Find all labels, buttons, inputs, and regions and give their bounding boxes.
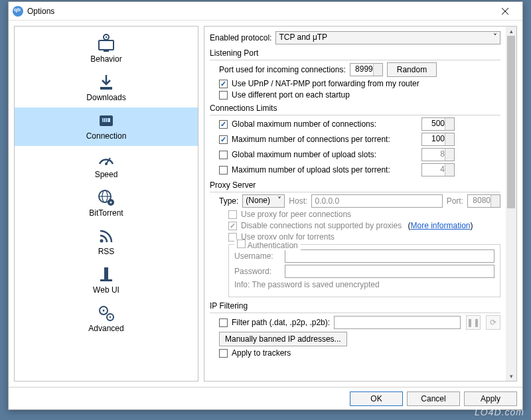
auth-checkbox: [237, 240, 246, 248]
scrollbar[interactable]: ▴ ▾: [506, 27, 516, 381]
globe-gear-icon: [96, 187, 117, 208]
close-button[interactable]: [492, 2, 518, 21]
manual-banned-button[interactable]: Manually banned IP addresses...: [219, 332, 347, 346]
auth-info: Info: The password is saved unencrypted: [234, 280, 380, 289]
svg-rect-20: [104, 267, 108, 279]
svg-rect-21: [100, 279, 112, 281]
global-conn-label: Global maximum number of connections:: [232, 119, 417, 129]
proxy-type-select[interactable]: (None) ˅: [242, 194, 285, 208]
auth-title: Authentication: [248, 241, 298, 250]
sidebar-label: BitTorrent: [89, 208, 123, 218]
username-input: [285, 249, 494, 263]
protocol-select[interactable]: TCP and μTP˅: [275, 31, 500, 44]
sidebar-item-bittorrent[interactable]: BitTorrent: [15, 184, 198, 223]
close-icon: [502, 8, 508, 15]
password-label: Password:: [234, 267, 281, 276]
proxy-title: Proxy Server: [210, 180, 500, 190]
svg-point-5: [106, 36, 107, 38]
sidebar-label: Web UI: [93, 285, 119, 295]
sidebar-label: RSS: [98, 247, 115, 256]
options-dialog: Options Behavior Downloads: [8, 1, 523, 410]
scroll-up-icon[interactable]: ▴: [506, 27, 516, 36]
ip-filter-title: IP Filtering: [210, 301, 500, 311]
sidebar-label: Behavior: [90, 54, 121, 64]
sidebar-item-behavior[interactable]: Behavior: [15, 31, 198, 69]
global-conn-checkbox[interactable]: [219, 120, 228, 129]
svg-point-25: [110, 316, 111, 318]
conn-limits-title: Connections Limits: [210, 104, 500, 113]
refresh-icon-button: ⟳: [486, 315, 500, 330]
proxy-disable-unsupported-label: Disable connections not supported by pro…: [241, 221, 402, 230]
svg-point-13: [105, 163, 108, 165]
apply-trackers-checkbox[interactable]: [219, 349, 228, 358]
titlebar: Options: [9, 2, 522, 21]
torrent-conn-input[interactable]: 100: [421, 133, 455, 146]
svg-rect-6: [100, 87, 112, 90]
torrent-upload-input: 4: [421, 163, 455, 176]
server-icon: [96, 264, 117, 285]
proxy-disable-unsupported-checkbox: [228, 222, 237, 230]
sidebar-item-webui[interactable]: Web UI: [15, 261, 198, 300]
diff-port-label: Use different port on each startup: [232, 90, 350, 100]
download-icon: [96, 72, 117, 93]
dialog-footer: OK Cancel Apply: [9, 387, 522, 409]
filter-path-checkbox[interactable]: [219, 318, 228, 327]
random-port-button[interactable]: Random: [387, 62, 437, 77]
scroll-thumb[interactable]: [507, 36, 515, 208]
ethernet-icon: [96, 110, 117, 131]
password-input: [285, 265, 494, 278]
sidebar-label: Advanced: [88, 324, 123, 333]
username-label: Username:: [234, 251, 281, 261]
gears-icon: [96, 303, 117, 324]
upnp-checkbox[interactable]: [219, 80, 228, 88]
cancel-button[interactable]: Cancel: [407, 391, 460, 406]
svg-point-23: [103, 310, 105, 312]
apply-button[interactable]: Apply: [464, 391, 517, 406]
filter-path-label: Filter path (.dat, .p2p, .p2b):: [232, 318, 330, 327]
sidebar-label: Speed: [95, 170, 118, 179]
category-sidebar: Behavior Downloads Connection Speed: [14, 26, 198, 382]
sidebar-item-downloads[interactable]: Downloads: [15, 69, 198, 107]
torrent-conn-label: Maximum number of connections per torren…: [232, 135, 417, 144]
sidebar-label: Connection: [86, 131, 127, 141]
proxy-peer-label: Use proxy for peer connections: [241, 210, 351, 219]
proxy-type-label: Type:: [219, 196, 238, 206]
window-title: Options: [27, 7, 492, 16]
proxy-host-input: [311, 194, 442, 208]
watermark: LO4D.com: [475, 407, 524, 417]
sidebar-item-speed[interactable]: Speed: [15, 146, 198, 184]
app-icon: [13, 6, 23, 17]
torrent-upload-label: Maximum number of upload slots per torre…: [232, 165, 417, 175]
global-conn-input[interactable]: 500: [421, 117, 455, 131]
scroll-down-icon[interactable]: ▾: [506, 372, 516, 381]
svg-point-18: [110, 202, 112, 204]
sidebar-item-rss[interactable]: RSS: [15, 223, 198, 261]
global-upload-input: 8: [421, 148, 455, 161]
sidebar-item-advanced[interactable]: Advanced: [15, 300, 198, 338]
torrent-upload-checkbox[interactable]: [219, 166, 228, 175]
torrent-conn-checkbox[interactable]: [219, 135, 228, 144]
global-upload-label: Global maximum number of upload slots:: [232, 150, 417, 159]
protocol-label: Enabled protocol:: [210, 33, 271, 42]
port-label: Port used for incoming connections:: [219, 65, 346, 74]
monitor-gear-icon: [96, 33, 117, 54]
listening-port-title: Listening Port: [210, 48, 500, 58]
pause-icon-button: ❚❚: [466, 315, 481, 330]
sidebar-item-connection[interactable]: Connection: [15, 107, 198, 146]
global-upload-checkbox[interactable]: [219, 151, 228, 159]
proxy-port-label: Port:: [447, 196, 463, 206]
settings-panel: Enabled protocol: TCP and μTP˅ Listening…: [204, 26, 517, 382]
gauge-icon: [96, 149, 117, 170]
more-info-link[interactable]: More information: [411, 221, 471, 230]
ok-button[interactable]: OK: [350, 391, 403, 406]
proxy-host-label: Host:: [289, 196, 307, 206]
apply-trackers-label: Apply to trackers: [232, 348, 291, 358]
upnp-label: Use UPnP / NAT-PMP port forwarding from …: [232, 79, 419, 88]
port-input[interactable]: 8999: [350, 63, 383, 76]
sidebar-label: Downloads: [86, 93, 125, 102]
svg-point-19: [100, 240, 104, 243]
diff-port-checkbox[interactable]: [219, 91, 228, 100]
rss-icon: [96, 226, 117, 247]
proxy-peer-checkbox: [228, 210, 237, 219]
svg-rect-2: [99, 40, 114, 50]
